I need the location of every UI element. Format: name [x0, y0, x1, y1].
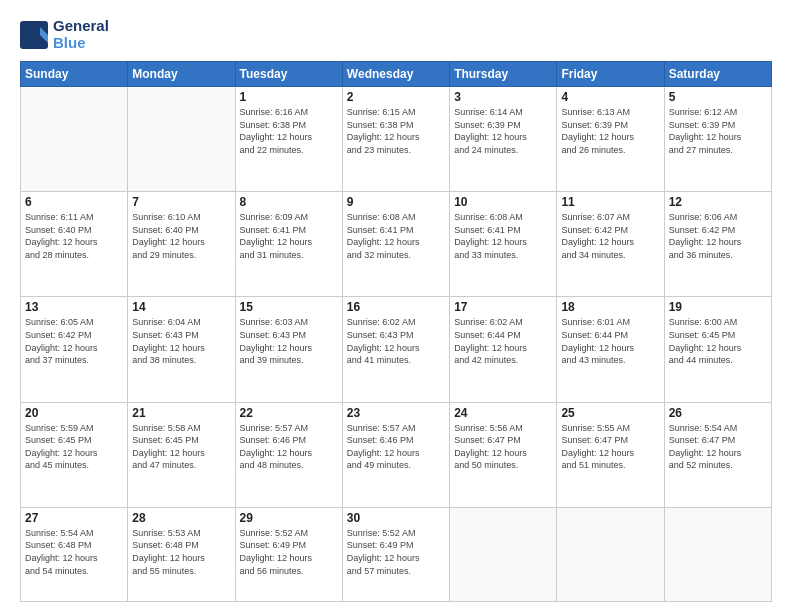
- day-info: Sunrise: 6:04 AMSunset: 6:43 PMDaylight:…: [132, 316, 230, 366]
- weekday-header-friday: Friday: [557, 62, 664, 87]
- logo-text: General Blue: [53, 18, 109, 51]
- weekday-header-row: SundayMondayTuesdayWednesdayThursdayFrid…: [21, 62, 772, 87]
- day-info: Sunrise: 6:15 AMSunset: 6:38 PMDaylight:…: [347, 106, 445, 156]
- day-number: 25: [561, 406, 659, 420]
- day-number: 17: [454, 300, 552, 314]
- weekday-header-wednesday: Wednesday: [342, 62, 449, 87]
- weekday-header-monday: Monday: [128, 62, 235, 87]
- day-number: 8: [240, 195, 338, 209]
- calendar-cell: [128, 87, 235, 192]
- calendar-cell: 5Sunrise: 6:12 AMSunset: 6:39 PMDaylight…: [664, 87, 771, 192]
- day-number: 27: [25, 511, 123, 525]
- day-info: Sunrise: 6:12 AMSunset: 6:39 PMDaylight:…: [669, 106, 767, 156]
- day-info: Sunrise: 6:16 AMSunset: 6:38 PMDaylight:…: [240, 106, 338, 156]
- day-info: Sunrise: 6:02 AMSunset: 6:43 PMDaylight:…: [347, 316, 445, 366]
- calendar-cell: [21, 87, 128, 192]
- day-number: 4: [561, 90, 659, 104]
- day-number: 22: [240, 406, 338, 420]
- day-number: 3: [454, 90, 552, 104]
- calendar-cell: 9Sunrise: 6:08 AMSunset: 6:41 PMDaylight…: [342, 192, 449, 297]
- day-number: 18: [561, 300, 659, 314]
- day-number: 1: [240, 90, 338, 104]
- day-info: Sunrise: 6:08 AMSunset: 6:41 PMDaylight:…: [454, 211, 552, 261]
- day-info: Sunrise: 6:00 AMSunset: 6:45 PMDaylight:…: [669, 316, 767, 366]
- day-info: Sunrise: 5:55 AMSunset: 6:47 PMDaylight:…: [561, 422, 659, 472]
- day-number: 5: [669, 90, 767, 104]
- calendar-cell: 4Sunrise: 6:13 AMSunset: 6:39 PMDaylight…: [557, 87, 664, 192]
- day-number: 24: [454, 406, 552, 420]
- day-number: 20: [25, 406, 123, 420]
- day-info: Sunrise: 5:59 AMSunset: 6:45 PMDaylight:…: [25, 422, 123, 472]
- calendar-cell: 12Sunrise: 6:06 AMSunset: 6:42 PMDayligh…: [664, 192, 771, 297]
- calendar-cell: 18Sunrise: 6:01 AMSunset: 6:44 PMDayligh…: [557, 297, 664, 402]
- day-info: Sunrise: 5:58 AMSunset: 6:45 PMDaylight:…: [132, 422, 230, 472]
- week-row-1: 1Sunrise: 6:16 AMSunset: 6:38 PMDaylight…: [21, 87, 772, 192]
- calendar-cell: 26Sunrise: 5:54 AMSunset: 6:47 PMDayligh…: [664, 402, 771, 507]
- calendar-cell: [557, 507, 664, 601]
- calendar-cell: 17Sunrise: 6:02 AMSunset: 6:44 PMDayligh…: [450, 297, 557, 402]
- day-number: 30: [347, 511, 445, 525]
- day-number: 11: [561, 195, 659, 209]
- calendar-table: SundayMondayTuesdayWednesdayThursdayFrid…: [20, 61, 772, 602]
- logo-line2: Blue: [53, 34, 86, 51]
- day-number: 15: [240, 300, 338, 314]
- day-info: Sunrise: 6:11 AMSunset: 6:40 PMDaylight:…: [25, 211, 123, 261]
- day-info: Sunrise: 6:02 AMSunset: 6:44 PMDaylight:…: [454, 316, 552, 366]
- calendar-cell: 2Sunrise: 6:15 AMSunset: 6:38 PMDaylight…: [342, 87, 449, 192]
- day-info: Sunrise: 6:13 AMSunset: 6:39 PMDaylight:…: [561, 106, 659, 156]
- day-info: Sunrise: 5:53 AMSunset: 6:48 PMDaylight:…: [132, 527, 230, 577]
- day-info: Sunrise: 6:03 AMSunset: 6:43 PMDaylight:…: [240, 316, 338, 366]
- calendar-cell: 14Sunrise: 6:04 AMSunset: 6:43 PMDayligh…: [128, 297, 235, 402]
- day-number: 26: [669, 406, 767, 420]
- calendar-cell: [664, 507, 771, 601]
- day-number: 16: [347, 300, 445, 314]
- day-info: Sunrise: 5:54 AMSunset: 6:47 PMDaylight:…: [669, 422, 767, 472]
- day-number: 7: [132, 195, 230, 209]
- calendar-cell: 10Sunrise: 6:08 AMSunset: 6:41 PMDayligh…: [450, 192, 557, 297]
- calendar-cell: [450, 507, 557, 601]
- week-row-4: 20Sunrise: 5:59 AMSunset: 6:45 PMDayligh…: [21, 402, 772, 507]
- logo: General Blue: [20, 18, 109, 51]
- day-number: 21: [132, 406, 230, 420]
- day-number: 28: [132, 511, 230, 525]
- calendar-cell: 1Sunrise: 6:16 AMSunset: 6:38 PMDaylight…: [235, 87, 342, 192]
- day-info: Sunrise: 5:57 AMSunset: 6:46 PMDaylight:…: [347, 422, 445, 472]
- calendar-cell: 22Sunrise: 5:57 AMSunset: 6:46 PMDayligh…: [235, 402, 342, 507]
- day-info: Sunrise: 5:57 AMSunset: 6:46 PMDaylight:…: [240, 422, 338, 472]
- calendar-cell: 29Sunrise: 5:52 AMSunset: 6:49 PMDayligh…: [235, 507, 342, 601]
- weekday-header-saturday: Saturday: [664, 62, 771, 87]
- calendar-cell: 11Sunrise: 6:07 AMSunset: 6:42 PMDayligh…: [557, 192, 664, 297]
- day-info: Sunrise: 6:01 AMSunset: 6:44 PMDaylight:…: [561, 316, 659, 366]
- day-info: Sunrise: 5:54 AMSunset: 6:48 PMDaylight:…: [25, 527, 123, 577]
- day-number: 6: [25, 195, 123, 209]
- header: General Blue: [20, 18, 772, 51]
- weekday-header-tuesday: Tuesday: [235, 62, 342, 87]
- logo-line1: General: [53, 18, 109, 35]
- calendar-cell: 16Sunrise: 6:02 AMSunset: 6:43 PMDayligh…: [342, 297, 449, 402]
- day-number: 10: [454, 195, 552, 209]
- day-number: 23: [347, 406, 445, 420]
- week-row-3: 13Sunrise: 6:05 AMSunset: 6:42 PMDayligh…: [21, 297, 772, 402]
- logo-icon: [20, 21, 50, 49]
- day-info: Sunrise: 6:14 AMSunset: 6:39 PMDaylight:…: [454, 106, 552, 156]
- day-info: Sunrise: 5:52 AMSunset: 6:49 PMDaylight:…: [347, 527, 445, 577]
- calendar-cell: 6Sunrise: 6:11 AMSunset: 6:40 PMDaylight…: [21, 192, 128, 297]
- week-row-2: 6Sunrise: 6:11 AMSunset: 6:40 PMDaylight…: [21, 192, 772, 297]
- day-number: 19: [669, 300, 767, 314]
- page: General Blue SundayMondayTuesdayWednesda…: [0, 0, 792, 612]
- day-number: 14: [132, 300, 230, 314]
- week-row-5: 27Sunrise: 5:54 AMSunset: 6:48 PMDayligh…: [21, 507, 772, 601]
- calendar-cell: 28Sunrise: 5:53 AMSunset: 6:48 PMDayligh…: [128, 507, 235, 601]
- calendar-cell: 13Sunrise: 6:05 AMSunset: 6:42 PMDayligh…: [21, 297, 128, 402]
- calendar-cell: 8Sunrise: 6:09 AMSunset: 6:41 PMDaylight…: [235, 192, 342, 297]
- calendar-cell: 23Sunrise: 5:57 AMSunset: 6:46 PMDayligh…: [342, 402, 449, 507]
- calendar-cell: 3Sunrise: 6:14 AMSunset: 6:39 PMDaylight…: [450, 87, 557, 192]
- calendar-cell: 20Sunrise: 5:59 AMSunset: 6:45 PMDayligh…: [21, 402, 128, 507]
- day-number: 12: [669, 195, 767, 209]
- day-number: 2: [347, 90, 445, 104]
- day-info: Sunrise: 6:07 AMSunset: 6:42 PMDaylight:…: [561, 211, 659, 261]
- day-info: Sunrise: 5:52 AMSunset: 6:49 PMDaylight:…: [240, 527, 338, 577]
- calendar-cell: 25Sunrise: 5:55 AMSunset: 6:47 PMDayligh…: [557, 402, 664, 507]
- day-info: Sunrise: 5:56 AMSunset: 6:47 PMDaylight:…: [454, 422, 552, 472]
- day-info: Sunrise: 6:08 AMSunset: 6:41 PMDaylight:…: [347, 211, 445, 261]
